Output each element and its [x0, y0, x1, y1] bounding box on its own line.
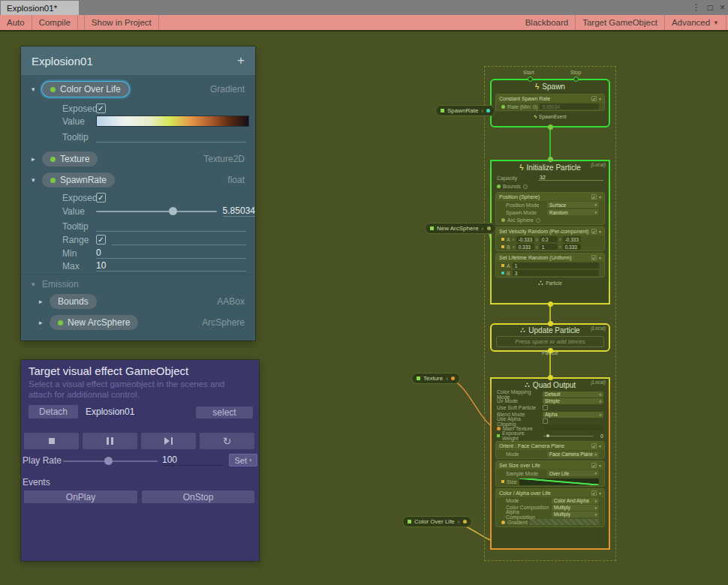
tooltip-input[interactable]: [96, 220, 246, 232]
value-slider[interactable]: [96, 211, 217, 212]
a-x-input[interactable]: -0.333: [516, 236, 534, 242]
soft-particle-checkbox[interactable]: [543, 405, 548, 410]
space-label[interactable]: (Local): [591, 326, 606, 331]
property-pill-spawnrate[interactable]: SpawnRate: [42, 172, 115, 188]
close-icon[interactable]: ×: [720, 2, 725, 13]
chevron-down-icon[interactable]: [32, 280, 42, 288]
chevron-down-icon[interactable]: [32, 176, 42, 184]
a-port[interactable]: [501, 264, 504, 267]
b-y-input[interactable]: 1: [540, 244, 558, 250]
block-settings-icon[interactable]: ▾: [599, 490, 601, 496]
b-port[interactable]: [501, 272, 504, 274]
update-input-port[interactable]: [548, 321, 553, 326]
block-settings-icon[interactable]: ▾: [599, 194, 601, 200]
parameter-node-color-over-life[interactable]: Color Over Life ‹: [402, 516, 472, 527]
quad-output-input-port[interactable]: [548, 375, 553, 380]
select-button[interactable]: select: [196, 406, 253, 418]
sample-mode-dropdown[interactable]: Over Life: [547, 470, 599, 476]
exposure-weight-value[interactable]: 0: [596, 434, 603, 439]
property-pill-texture[interactable]: Texture: [42, 152, 98, 166]
step-button[interactable]: [141, 433, 196, 449]
b-x-input[interactable]: 0.333: [516, 244, 534, 250]
exposure-weight-slider[interactable]: [543, 436, 594, 436]
output-port[interactable]: [451, 376, 455, 380]
block-settings-icon[interactable]: ▾: [599, 255, 601, 260]
a-input[interactable]: 1: [513, 262, 599, 268]
size-port[interactable]: [501, 480, 504, 483]
collapse-icon[interactable]: ‹: [482, 225, 484, 232]
collapse-icon[interactable]: ‹: [458, 518, 460, 526]
output-port[interactable]: [486, 109, 490, 112]
property-pill-new-arcsphere[interactable]: New ArcSphere: [50, 315, 138, 330]
update-output-port[interactable]: [548, 348, 553, 353]
property-row-new-arcsphere[interactable]: New ArcSphere ArcSphere: [21, 314, 255, 331]
range-checkbox[interactable]: [96, 235, 106, 244]
slider-handle[interactable]: [169, 207, 177, 215]
block-settings-icon[interactable]: ▾: [599, 463, 601, 468]
slider-handle[interactable]: [546, 434, 549, 437]
capacity-input[interactable]: 32: [538, 175, 603, 181]
block-enabled-checkbox[interactable]: [591, 490, 597, 496]
color-mapping-dropdown[interactable]: Default: [543, 392, 603, 398]
play-rate-input[interactable]: 100: [162, 454, 224, 466]
arc-sphere-port[interactable]: [501, 218, 505, 222]
add-property-button[interactable]: +: [237, 53, 245, 68]
bounds-port[interactable]: [497, 184, 501, 188]
orient-mode-dropdown[interactable]: Face Camera Plane: [547, 452, 599, 458]
advanced-dropdown-button[interactable]: Advanced▼: [665, 15, 726, 30]
show-in-project-button[interactable]: Show in Project: [85, 15, 159, 30]
alpha-composition-dropdown[interactable]: Multiply: [552, 512, 599, 518]
color-mode-dropdown[interactable]: Color And Alpha: [552, 498, 599, 504]
category-row-emission[interactable]: Emission: [21, 278, 255, 291]
orient-block[interactable]: Orient : Face Camera Plane ▾ Mode Face C…: [495, 441, 605, 459]
set-lifetime-random-block[interactable]: Set Lifetime Random (Uniform) ▾ A 1 B 3: [495, 253, 605, 278]
gradient-preview[interactable]: [96, 116, 249, 127]
quad-output-node[interactable]: Quad Output (Local) Color Mapping Mode D…: [490, 377, 610, 550]
property-row-color-over-life[interactable]: Color Over Life Gradient: [21, 81, 255, 98]
output-port[interactable]: [487, 226, 491, 230]
max-input[interactable]: 10: [96, 260, 246, 272]
tab-explosion01[interactable]: Explosion01*: [1, 1, 79, 15]
object-field-icon[interactable]: [523, 184, 528, 189]
exposed-checkbox[interactable]: [96, 193, 106, 202]
block-settings-icon[interactable]: ▾: [599, 96, 601, 101]
block-enabled-checkbox[interactable]: [591, 229, 597, 234]
min-input[interactable]: 0: [96, 248, 246, 259]
exposed-checkbox[interactable]: [96, 104, 106, 113]
spawn-context-node[interactable]: ϟ Spawn Constant Spawn Rate ▾ Rate (Min:…: [490, 79, 610, 128]
add-blocks-placeholder[interactable]: Press space to add blocks: [496, 336, 604, 347]
start-port[interactable]: [528, 76, 533, 82]
block-settings-icon[interactable]: ▾: [599, 229, 601, 234]
object-field-icon[interactable]: [536, 218, 540, 223]
block-enabled-checkbox[interactable]: [591, 96, 597, 101]
gradient-port[interactable]: [501, 520, 505, 524]
chevron-right-icon[interactable]: [39, 319, 50, 326]
rate-port[interactable]: [501, 105, 505, 109]
color-alpha-over-life-block[interactable]: Color / Alpha over Life ▾ Mode Color And…: [495, 488, 605, 527]
b-port[interactable]: [501, 245, 504, 248]
property-pill-color-over-life[interactable]: Color Over Life: [42, 82, 129, 97]
space-label[interactable]: (Local): [591, 380, 606, 385]
set-velocity-random-block[interactable]: Set Velocity Random (Per-component) ▾ A …: [495, 226, 605, 251]
alpha-clipping-checkbox[interactable]: [543, 418, 548, 424]
kebab-menu-icon[interactable]: ⋮: [692, 2, 701, 13]
chevron-right-icon[interactable]: [32, 155, 42, 163]
chevron-down-icon[interactable]: [32, 86, 42, 93]
play-rate-slider[interactable]: [63, 460, 158, 462]
restart-button[interactable]: ↻: [200, 433, 254, 449]
property-row-bounds[interactable]: Bounds AABox: [21, 293, 255, 310]
exposure-weight-port[interactable]: [497, 434, 500, 437]
block-enabled-checkbox[interactable]: [591, 463, 597, 468]
maximize-icon[interactable]: □: [708, 2, 713, 13]
block-settings-icon[interactable]: ▾: [599, 443, 601, 448]
a-y-input[interactable]: 0.2: [540, 236, 558, 242]
set-size-over-life-block[interactable]: Set Size over Life ▾ Sample Mode Over Li…: [495, 460, 605, 487]
initialize-output-port[interactable]: [548, 302, 553, 307]
parameter-node-spawnrate[interactable]: SpawnRate ‹: [435, 105, 495, 116]
value-input[interactable]: 5.85034: [223, 206, 255, 217]
initialize-input-port[interactable]: [548, 157, 553, 162]
target-gameobject-toggle-button[interactable]: Target GameObject: [576, 15, 665, 30]
collapse-icon[interactable]: ‹: [481, 107, 483, 115]
b-z-input[interactable]: 0.333: [563, 244, 581, 250]
uv-mode-dropdown[interactable]: Simple: [543, 398, 603, 404]
